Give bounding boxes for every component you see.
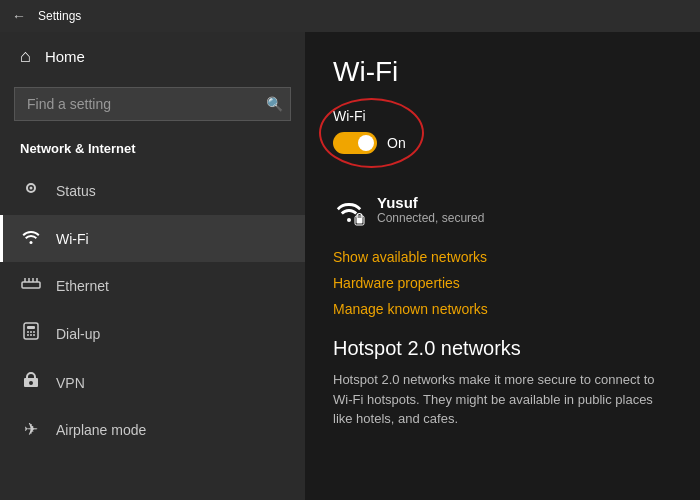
main-layout: ⌂ Home 🔍 Network & Internet Status xyxy=(0,32,700,500)
toggle-row: On xyxy=(333,132,406,158)
status-icon xyxy=(20,178,42,203)
network-details: Yusuf Connected, secured xyxy=(377,194,484,225)
toggle-knob xyxy=(358,135,374,151)
network-name: Yusuf xyxy=(377,194,484,211)
manage-networks-link[interactable]: Manage known networks xyxy=(333,301,672,317)
network-status: Connected, secured xyxy=(377,211,484,225)
toggle-state-label: On xyxy=(387,135,406,151)
hotspot-description: Hotspot 2.0 networks make it more secure… xyxy=(333,370,672,429)
sidebar-item-airplane[interactable]: ✈ Airplane mode xyxy=(0,407,305,452)
hotspot-title: Hotspot 2.0 networks xyxy=(333,337,672,360)
sidebar: ⌂ Home 🔍 Network & Internet Status xyxy=(0,32,305,500)
sidebar-section-title: Network & Internet xyxy=(0,135,305,166)
airplane-icon: ✈ xyxy=(20,419,42,440)
svg-point-12 xyxy=(30,331,32,333)
svg-rect-18 xyxy=(357,218,363,224)
sidebar-item-vpn[interactable]: VPN xyxy=(0,358,305,407)
ethernet-icon xyxy=(20,274,42,297)
title-bar: ← Settings xyxy=(0,0,700,32)
sidebar-item-status[interactable]: Status xyxy=(0,166,305,215)
sidebar-item-label: VPN xyxy=(56,375,85,391)
sidebar-item-label: Wi-Fi xyxy=(56,231,89,247)
vpn-icon xyxy=(20,370,42,395)
sidebar-item-wifi[interactable]: Wi-Fi xyxy=(0,215,305,262)
svg-point-1 xyxy=(30,187,33,190)
network-secured-icon xyxy=(333,196,365,235)
back-button[interactable]: ← xyxy=(12,8,26,24)
svg-point-16 xyxy=(33,334,35,336)
sidebar-item-label: Ethernet xyxy=(56,278,109,294)
sidebar-item-home[interactable]: ⌂ Home xyxy=(0,32,305,81)
sidebar-item-label: Dial-up xyxy=(56,326,100,342)
search-icon[interactable]: 🔍 xyxy=(266,96,283,112)
home-label: Home xyxy=(45,48,85,65)
search-box: 🔍 xyxy=(14,87,291,121)
svg-rect-10 xyxy=(27,326,35,329)
hardware-properties-link[interactable]: Hardware properties xyxy=(333,275,672,291)
wifi-icon xyxy=(20,227,42,250)
svg-point-15 xyxy=(30,334,32,336)
show-networks-link[interactable]: Show available networks xyxy=(333,249,672,265)
search-input[interactable] xyxy=(14,87,291,121)
sidebar-item-dialup[interactable]: Dial-up xyxy=(0,309,305,358)
wifi-toggle[interactable] xyxy=(333,132,377,154)
sidebar-item-ethernet[interactable]: Ethernet xyxy=(0,262,305,309)
app-title: Settings xyxy=(38,9,81,23)
svg-point-11 xyxy=(27,331,29,333)
svg-rect-4 xyxy=(22,282,40,288)
sidebar-item-label: Airplane mode xyxy=(56,422,146,438)
svg-point-13 xyxy=(33,331,35,333)
wifi-toggle-label: Wi-Fi xyxy=(333,108,406,124)
content-pane: Wi-Fi Wi-Fi On xyxy=(305,32,700,500)
network-info: Yusuf Connected, secured xyxy=(333,194,672,235)
page-title: Wi-Fi xyxy=(333,56,672,88)
home-icon: ⌂ xyxy=(20,46,31,67)
svg-point-14 xyxy=(27,334,29,336)
sidebar-item-label: Status xyxy=(56,183,96,199)
dialup-icon xyxy=(20,321,42,346)
wifi-toggle-section: Wi-Fi On xyxy=(333,108,406,158)
